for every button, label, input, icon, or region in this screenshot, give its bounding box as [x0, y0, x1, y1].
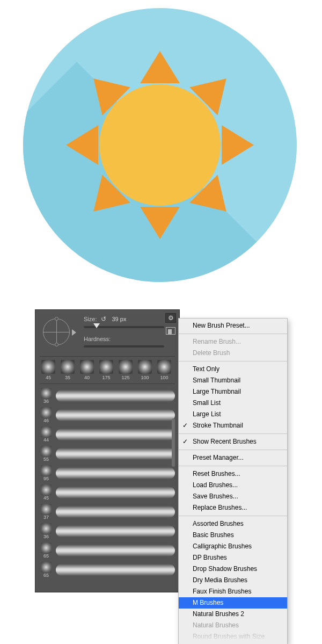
recent-brush[interactable]: 100 — [156, 360, 173, 380]
brush-size-label: 40 — [78, 375, 96, 380]
menu-item-label: Stroke Thumbnail — [193, 422, 243, 429]
menu-item-label: Calligraphic Brushes — [193, 542, 252, 550]
recent-brush[interactable]: 35 — [59, 360, 76, 380]
brush-size-label: 100 — [136, 375, 153, 380]
brush-swatch-icon — [41, 504, 52, 515]
menu-item[interactable]: Text Only — [179, 364, 287, 375]
size-slider[interactable] — [84, 326, 164, 328]
menu-item[interactable]: Faux Finish Brushes — [179, 586, 287, 597]
brush-swatch-icon — [61, 360, 75, 374]
sun-core-icon — [99, 84, 221, 206]
brush-list-item[interactable]: 36 — [40, 386, 175, 406]
menu-separator — [179, 361, 287, 361]
brush-swatch-icon — [41, 446, 52, 457]
brush-stroke-preview — [56, 448, 175, 460]
brush-swatch-icon — [157, 360, 171, 374]
sun-ray-icon — [140, 51, 180, 83]
brush-list-item[interactable]: 37 — [40, 502, 175, 522]
brush-size-label: 36 — [40, 534, 53, 539]
brush-list-item[interactable]: 95 — [40, 464, 175, 483]
menu-item[interactable]: ✓Show Recent Brushes — [179, 436, 287, 447]
divider — [40, 383, 175, 384]
brush-stroke-preview — [56, 390, 175, 402]
menu-item-label: Dry Media Brushes — [193, 576, 247, 584]
brush-swatch-icon — [99, 360, 113, 374]
menu-item-label: New Brush Preset... — [193, 322, 250, 329]
brush-stroke-preview — [56, 467, 175, 479]
menu-item[interactable]: Drop Shadow Brushes — [179, 563, 287, 575]
menu-item[interactable]: ✓Stroke Thumbnail — [179, 420, 287, 431]
brush-size-label: 46 — [40, 418, 53, 423]
recent-brush[interactable]: 45 — [40, 360, 57, 380]
menu-item-label: DP Brushes — [193, 554, 227, 561]
scrollbar-thumb[interactable] — [172, 418, 175, 467]
menu-item[interactable]: Preset Manager... — [179, 452, 287, 464]
brush-list-item[interactable]: 65 — [40, 541, 175, 560]
menu-item-label: Basic Brushes — [193, 531, 234, 539]
brush-swatch-icon — [41, 465, 52, 476]
menu-item[interactable]: Replace Brushes... — [179, 502, 287, 513]
brush-size-label: 65 — [40, 554, 53, 559]
menu-item-label: Load Brushes... — [193, 481, 238, 489]
brush-list-item[interactable]: 44 — [40, 425, 175, 444]
menu-item-label: Round Brushes with Size — [193, 633, 265, 640]
menu-item[interactable]: Small Thumbnail — [179, 375, 287, 386]
brush-list-item[interactable]: 65 — [40, 560, 175, 580]
menu-item-label: Preset Manager... — [193, 454, 244, 461]
menu-item[interactable]: Large Thumbnail — [179, 386, 287, 397]
menu-item[interactable]: Natural Brushes 2 — [179, 609, 287, 620]
menu-item[interactable]: Basic Brushes — [179, 530, 287, 541]
menu-item-label: Small Thumbnail — [193, 377, 240, 384]
brush-size-label: 45 — [40, 375, 57, 380]
menu-separator — [179, 450, 287, 450]
brush-size-label: 45 — [40, 496, 53, 501]
size-label: Size: — [84, 316, 97, 322]
slider-thumb-icon[interactable] — [93, 323, 100, 328]
menu-item[interactable]: Load Brushes... — [179, 480, 287, 491]
brush-stroke-preview — [56, 545, 175, 556]
menu-item[interactable]: Reset Brushes... — [179, 468, 287, 480]
recent-brush[interactable]: 175 — [98, 360, 115, 380]
brush-stroke-preview — [56, 525, 175, 537]
arrow-right-icon — [72, 329, 76, 336]
gear-icon[interactable]: ⚙ — [165, 313, 176, 323]
menu-item[interactable]: DP Brushes — [179, 552, 287, 563]
brush-stroke-preview — [56, 487, 175, 498]
sun-background-circle — [23, 8, 297, 282]
brush-list-item[interactable]: 36 — [40, 522, 175, 541]
brush-angle-widget[interactable] — [41, 315, 76, 351]
menu-item[interactable]: Assorted Brushes — [179, 518, 287, 530]
menu-item-label: Drop Shadow Brushes — [193, 565, 257, 573]
brush-swatch-icon — [119, 360, 133, 374]
size-value[interactable]: 39 px — [111, 316, 127, 322]
brush-swatch-icon — [41, 407, 52, 418]
recent-brush[interactable]: 100 — [136, 360, 153, 380]
hardness-slider[interactable] — [84, 345, 164, 348]
menu-item-label: Rename Brush... — [193, 338, 241, 345]
recent-brush[interactable]: 40 — [78, 360, 96, 380]
brush-stroke-preview — [56, 409, 175, 421]
brush-list-item[interactable]: 46 — [40, 406, 175, 425]
brush-flyout-panel: Size: ↺ 39 px Hardness: ⚙ 45354017512510… — [35, 309, 180, 592]
brush-size-label: 36 — [40, 399, 53, 404]
brush-swatch-icon — [41, 484, 52, 495]
reset-size-icon[interactable]: ↺ — [101, 315, 106, 323]
menu-item[interactable]: Small List — [179, 397, 287, 409]
menu-item[interactable]: Calligraphic Brushes — [179, 541, 287, 552]
menu-item-label: Show Recent Brushes — [193, 438, 257, 445]
recent-brush[interactable]: 125 — [117, 360, 134, 380]
brush-stroke-list[interactable]: 3646445595453736656545 — [40, 386, 175, 581]
brush-list-item[interactable]: 45 — [40, 580, 175, 581]
menu-item[interactable]: Dry Media Brushes — [179, 575, 287, 586]
menu-item[interactable]: New Brush Preset... — [179, 320, 287, 331]
menu-item: Round Brushes with Size — [179, 631, 287, 642]
brush-list-item[interactable]: 55 — [40, 444, 175, 464]
brush-size-label: 55 — [40, 457, 53, 462]
recent-brushes-row: 453540175125100100 — [35, 357, 179, 383]
menu-separator — [179, 433, 287, 434]
new-brush-preset-icon[interactable] — [166, 327, 175, 335]
menu-item[interactable]: Large List — [179, 409, 287, 420]
menu-item[interactable]: M Brushes — [179, 597, 287, 609]
menu-item[interactable]: Save Brushes... — [179, 491, 287, 502]
brush-list-item[interactable]: 45 — [40, 483, 175, 502]
